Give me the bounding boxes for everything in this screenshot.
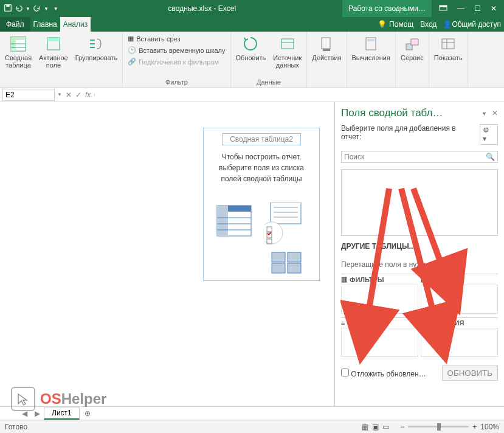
close-icon[interactable]: ✕ [491, 4, 497, 13]
filters-area[interactable]: ▥ФИЛЬТРЫ [341, 274, 418, 315]
svg-rect-38 [288, 263, 301, 273]
tab-Главна[interactable]: Главна [30, 17, 60, 32]
rows-icon: ≡ [341, 319, 345, 327]
pane-dropdown-icon[interactable]: ▼ [482, 111, 487, 117]
zoom-slider[interactable] [408, 426, 469, 428]
pivot-fields-pane: Поля сводной табл… ▼✕ Выберите поля для … [334, 102, 504, 406]
share-button[interactable]: 👤 Общий доступ [440, 17, 504, 32]
signin-button[interactable]: Вход [417, 17, 440, 32]
pane-title: Поля сводной табл… [341, 107, 443, 119]
pivot-illustration [209, 203, 314, 275]
zoom-out-icon[interactable]: − [400, 423, 404, 431]
update-button[interactable]: ОБНОВИТЬ [442, 365, 498, 381]
formula-bar: E2 ▼ ✕ ✓ fx [0, 88, 504, 102]
columns-area[interactable]: ▤СТОЛБЦЫ [421, 274, 498, 315]
group-data-label: Данные [233, 78, 305, 86]
fx-icon[interactable]: fx [85, 91, 91, 99]
svg-rect-23 [217, 206, 228, 236]
pane-close-icon[interactable]: ✕ [492, 109, 498, 117]
ribbon-tabs: Файл Главна Анализ 💡Помощ Вход 👤 Общий д… [0, 17, 504, 32]
ribbon: Сводная таблица Активное поле Группирова… [0, 32, 504, 88]
values-icon: Σ [421, 319, 425, 327]
normal-view-icon[interactable]: ▦ [362, 423, 368, 431]
fields-search[interactable]: 🔍 [341, 151, 498, 163]
insert-timeline-button[interactable]: 🕒Вставить временную шкалу [125, 45, 227, 55]
svg-rect-27 [271, 203, 301, 224]
field-list[interactable] [341, 169, 498, 236]
svg-rect-35 [272, 252, 285, 262]
status-ready: Готово [5, 423, 27, 431]
pivot-table-button[interactable]: Сводная таблица [2, 33, 34, 70]
svg-rect-13 [322, 38, 330, 49]
undo-icon[interactable] [15, 4, 23, 14]
defer-update-checkbox[interactable]: Отложить обновлен… [341, 369, 426, 378]
active-field-icon [44, 35, 63, 53]
other-tables-link[interactable]: ДРУГИЕ ТАБЛИЦЫ... [341, 242, 498, 251]
drag-hint: Перетащите поля в нужную область: [341, 260, 498, 269]
rows-area[interactable]: ≡СТРОКИ [341, 317, 418, 358]
data-source-button[interactable]: Источник данных [271, 33, 304, 70]
confirm-edit-icon[interactable]: ✓ [75, 91, 81, 99]
redo-dropdown-icon[interactable]: ▼ [44, 6, 49, 12]
show-icon [439, 35, 457, 53]
svg-rect-18 [442, 39, 454, 49]
actions-button[interactable]: Действия [309, 33, 343, 63]
group-button[interactable]: Группировать [73, 33, 120, 63]
values-area[interactable]: ΣЗНАЧЕНИЯ [421, 317, 498, 358]
name-box[interactable]: E2 [2, 89, 55, 101]
minimize-icon[interactable]: — [457, 4, 464, 13]
tools-button[interactable]: Сервис [398, 33, 426, 63]
window-title: сводные.xlsx - Excel [62, 4, 342, 13]
search-icon: 🔍 [486, 153, 495, 161]
page-break-icon[interactable]: ▭ [382, 423, 389, 431]
zoom-level[interactable]: 100% [480, 423, 499, 431]
maximize-icon[interactable]: ☐ [474, 4, 481, 13]
pivot-hint-text: Чтобы построить отчет, выберите поля из … [209, 151, 314, 184]
gear-icon[interactable]: ⚙ ▾ [480, 124, 498, 145]
svg-rect-3 [440, 5, 447, 7]
svg-rect-1 [6, 4, 9, 7]
refresh-button[interactable]: Обновить [233, 33, 269, 63]
filter-conn-icon: 🔗 [128, 58, 136, 66]
calc-icon [362, 35, 380, 53]
svg-rect-10 [47, 38, 60, 41]
calculations-button[interactable]: Вычисления [350, 33, 393, 63]
zoom-in-icon[interactable]: + [472, 423, 477, 431]
tab-analyze[interactable]: Анализ [60, 17, 91, 32]
cancel-edit-icon[interactable]: ✕ [66, 91, 72, 99]
timeline-icon: 🕒 [128, 46, 136, 54]
status-bar: Готово ▦ ▣ ▭ − + 100% [0, 420, 504, 433]
tab-file[interactable]: Файл [0, 17, 30, 32]
columns-icon: ▤ [421, 275, 427, 283]
svg-rect-37 [272, 263, 285, 273]
ribbon-options-icon[interactable] [439, 4, 447, 13]
tools-icon [403, 35, 421, 53]
redo-icon[interactable] [33, 4, 41, 14]
cursor-icon [11, 387, 35, 411]
pivot-table-icon [9, 35, 27, 53]
svg-rect-15 [367, 39, 375, 41]
page-layout-icon[interactable]: ▣ [372, 423, 379, 431]
filter-icon: ▥ [341, 275, 347, 283]
undo-dropdown-icon[interactable]: ▼ [26, 6, 30, 12]
formula-input[interactable] [94, 94, 504, 96]
help-button[interactable]: 💡Помощ [374, 17, 417, 32]
show-button[interactable]: Показать [432, 33, 465, 63]
insert-slicer-button[interactable]: ▦Вставить срез [125, 33, 227, 44]
svg-rect-11 [281, 39, 294, 49]
qat-customize-icon[interactable]: ▼ [54, 6, 58, 12]
group-filter-label: Фильтр [125, 78, 227, 86]
person-icon: 👤 [443, 20, 452, 29]
pane-subtitle: Выберите поля для добавления в отчет: [341, 124, 476, 141]
svg-rect-36 [288, 252, 301, 262]
quick-access-toolbar: ▼ ▼ ▼ [0, 4, 62, 14]
save-icon[interactable] [4, 4, 12, 14]
search-input[interactable] [344, 153, 486, 161]
actions-icon [317, 35, 336, 53]
refresh-icon [241, 35, 260, 53]
worksheet-area[interactable]: Сводная таблица2 Чтобы построить отчет, … [0, 102, 334, 406]
group-icon [87, 35, 105, 53]
active-field-button[interactable]: Активное поле [36, 33, 71, 70]
title-bar: ▼ ▼ ▼ сводные.xlsx - Excel Работа со сво… [0, 0, 504, 17]
watermark: OSHelper [11, 387, 106, 411]
